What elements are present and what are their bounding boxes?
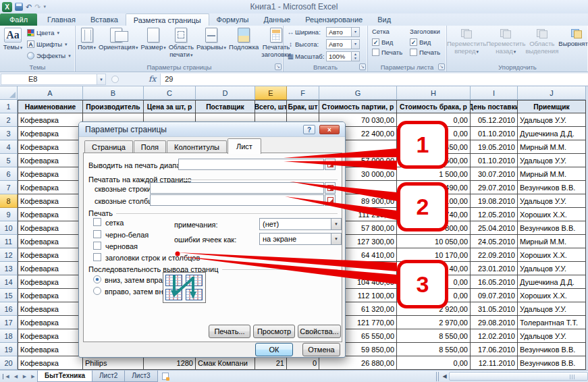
- row-header-1[interactable]: 1: [0, 100, 18, 113]
- sheet-tab-byttehnika[interactable]: БытТехника: [37, 371, 92, 382]
- column-header-C[interactable]: C: [144, 86, 196, 100]
- cell-A18[interactable]: Кофеварка: [18, 329, 83, 343]
- dialog-launcher-icon[interactable]: ↘: [438, 63, 445, 70]
- cell-I7[interactable]: 29.07.2010: [471, 181, 518, 194]
- theme-colors-button[interactable]: Цвета ▾: [26, 27, 71, 38]
- row-column-headings-checkbox[interactable]: [93, 253, 101, 261]
- cell-I12[interactable]: 22.09.2010: [471, 248, 518, 262]
- row-header-14[interactable]: 14: [0, 275, 18, 289]
- cell-H18[interactable]: 8 550,00: [397, 329, 471, 343]
- cell-E20[interactable]: 21: [255, 356, 287, 370]
- column-header-D[interactable]: D: [196, 86, 255, 100]
- cell-D20[interactable]: Смак Компани: [196, 356, 255, 370]
- row-header-17[interactable]: 17: [0, 316, 18, 329]
- formula-input[interactable]: 29: [160, 74, 588, 85]
- row-column-headings-checkbox-label[interactable]: заголовки строк и столбцов: [105, 254, 200, 262]
- cell-I15[interactable]: 09.07.2010: [471, 289, 518, 302]
- cell-H17[interactable]: 2 970,00: [397, 316, 471, 329]
- range-picker-button[interactable]: [325, 159, 336, 170]
- column-header-F[interactable]: F: [287, 86, 319, 100]
- cell-A17[interactable]: Кофеварка: [18, 316, 83, 329]
- row-header-15[interactable]: 15: [0, 289, 18, 302]
- table-header-cell[interactable]: Брак, шт: [287, 100, 319, 113]
- cell-J14[interactable]: Душечкина Д.Д.: [518, 275, 586, 289]
- tab-formulas[interactable]: Формулы: [209, 13, 257, 26]
- column-header-G[interactable]: G: [319, 86, 397, 100]
- background-button[interactable]: Подложка: [228, 26, 260, 62]
- down-then-over-label[interactable]: вниз, затем вправо: [105, 276, 171, 284]
- range-picker-button[interactable]: [325, 182, 336, 194]
- scroll-left-icon[interactable]: ◀: [443, 373, 447, 379]
- insert-function-icon[interactable]: fx: [149, 74, 156, 84]
- size-button[interactable]: Размер▾: [140, 26, 167, 62]
- breaks-button[interactable]: Разрывы▾: [195, 26, 228, 62]
- name-box[interactable]: E8: [1, 74, 97, 85]
- cell-A4[interactable]: Кофеварка: [18, 140, 83, 154]
- comments-dropdown[interactable]: (нет)▼: [259, 218, 342, 230]
- cell-J2[interactable]: Удальцов У.У.: [518, 113, 586, 127]
- tab-home[interactable]: Главная: [40, 13, 83, 26]
- height-select[interactable]: Авто▾: [326, 39, 360, 49]
- table-header-cell[interactable]: Наименование: [18, 100, 83, 113]
- cell-I20[interactable]: 12.11.2010: [471, 356, 518, 370]
- over-then-down-radio[interactable]: [93, 287, 101, 295]
- cell-J8[interactable]: Удальцов У.У.: [518, 194, 586, 208]
- save-icon[interactable]: [15, 3, 23, 11]
- cell-J13[interactable]: Удальцов У.У.: [518, 262, 586, 275]
- cell-J7[interactable]: Везунчиков В.В.: [518, 181, 586, 194]
- cell-J20[interactable]: Везунчиков В.В.: [518, 356, 586, 370]
- cell-A5[interactable]: Кофеварка: [18, 154, 83, 167]
- cell-I8[interactable]: 19.08.2010: [471, 194, 518, 208]
- dialog-tab-page[interactable]: Страница: [84, 140, 133, 153]
- headings-print-checkbox[interactable]: Печать: [410, 47, 445, 57]
- cell-A11[interactable]: Кофеварка: [18, 235, 83, 248]
- cell-I11[interactable]: 24.05.2010: [471, 235, 518, 248]
- cell-A2[interactable]: Кофеварка: [18, 113, 83, 127]
- cell-F20[interactable]: 0: [287, 356, 319, 370]
- black-and-white-checkbox[interactable]: [93, 230, 101, 238]
- row-header-12[interactable]: 12: [0, 248, 18, 262]
- cell-A15[interactable]: Кофеварка: [18, 289, 83, 302]
- cell-errors-dropdown[interactable]: на экране▼: [259, 233, 342, 245]
- cell-I18[interactable]: 12.02.2010: [471, 329, 518, 343]
- dialog-launcher-icon[interactable]: ↘: [275, 63, 282, 70]
- cols-to-repeat-input[interactable]: [150, 194, 324, 206]
- gridlines-view-checkbox[interactable]: ✓ Вид: [372, 37, 407, 47]
- sheet-tab-list2[interactable]: Лист2: [92, 371, 125, 382]
- cell-A12[interactable]: Кофеварка: [18, 248, 83, 262]
- print-preview-button[interactable]: Просмотр: [253, 325, 295, 338]
- tab-split-handle[interactable]: [436, 372, 439, 381]
- column-header-E[interactable]: E: [255, 86, 287, 100]
- orientation-button[interactable]: Ориентация▾: [97, 26, 139, 62]
- dialog-tab-header-footer[interactable]: Колонтитулы: [167, 140, 227, 153]
- cell-J3[interactable]: Душечкина Д.Д.: [518, 127, 586, 140]
- spinner-icon[interactable]: ▲▼: [351, 52, 359, 61]
- print-range-input[interactable]: [178, 159, 324, 170]
- cell-J16[interactable]: Удальцов У.У.: [518, 302, 586, 316]
- horizontal-scrollbar-thumb[interactable]: [449, 372, 588, 381]
- over-then-down-label[interactable]: вправо, затем вниз: [105, 288, 171, 296]
- cell-J9[interactable]: Хороших Х.Х.: [518, 208, 586, 221]
- themes-button[interactable]: Aa Темы▾: [0, 26, 26, 62]
- cell-A16[interactable]: Кофеварка: [18, 302, 83, 316]
- cell-J15[interactable]: Хороших Х.Х.: [518, 289, 586, 302]
- cell-I3[interactable]: 01.10.2010: [471, 127, 518, 140]
- cell-I4[interactable]: 19.05.2010: [471, 140, 518, 154]
- qat-customize-icon[interactable]: ▾: [43, 4, 46, 9]
- cell-I2[interactable]: 05.12.2010: [471, 113, 518, 127]
- draft-quality-checkbox[interactable]: [93, 242, 101, 250]
- row-header-11[interactable]: 11: [0, 235, 18, 248]
- cell-A3[interactable]: Кофеварка: [18, 127, 83, 140]
- cell-J12[interactable]: Хороших Х.Х.: [518, 248, 586, 262]
- margins-button[interactable]: Поля▾: [76, 26, 97, 62]
- rows-to-repeat-input[interactable]: [150, 182, 324, 194]
- options-button[interactable]: Свойства...: [298, 325, 341, 338]
- table-header-cell[interactable]: Приемщик: [518, 100, 586, 113]
- cell-A6[interactable]: Кофеварка: [18, 167, 83, 181]
- print-area-button[interactable]: Область печати▾: [167, 26, 195, 62]
- scale-stepper[interactable]: 100%▲▼: [326, 51, 360, 61]
- name-box-dropdown-icon[interactable]: ▼: [97, 74, 106, 85]
- table-header-cell[interactable]: Всего, шт: [255, 100, 287, 113]
- cancel-button[interactable]: Отмена: [302, 343, 340, 356]
- gridlines-print-checkbox[interactable]: Печать: [372, 47, 407, 57]
